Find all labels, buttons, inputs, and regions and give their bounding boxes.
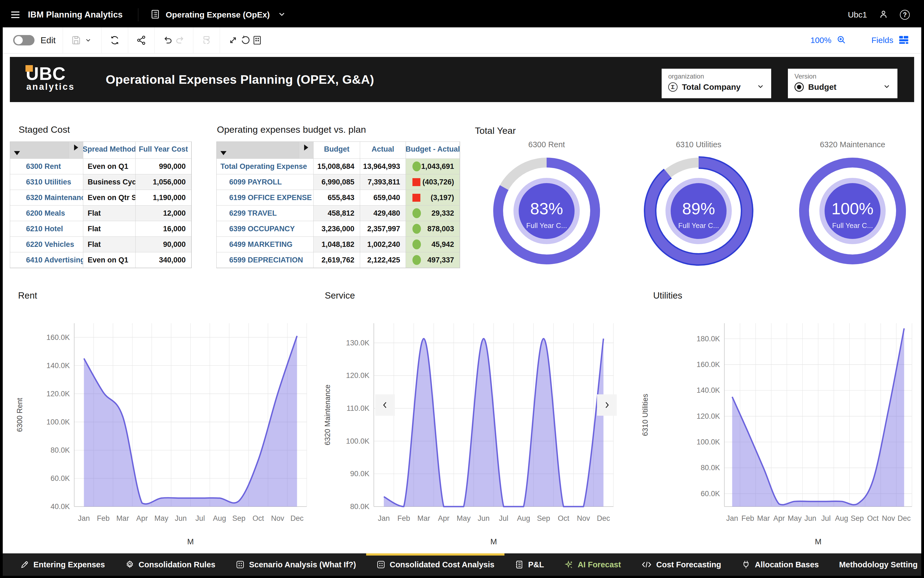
expand-column-icon[interactable] — [304, 144, 308, 151]
save-icon[interactable] — [70, 34, 82, 46]
svg-text:Nov: Nov — [271, 514, 285, 523]
budget-row-label[interactable]: 6299 TRAVEL — [216, 206, 314, 221]
help-icon[interactable]: ? — [900, 10, 910, 20]
budget-row-variance[interactable]: (403,726) — [406, 174, 460, 190]
tab-consolidation-rules[interactable]: Consolidation Rules — [115, 554, 225, 576]
tab-scenario-analysis-what-if[interactable]: Scenario Analysis (What If?) — [225, 554, 366, 576]
carousel-previous-button[interactable] — [375, 395, 395, 416]
budget-row-label[interactable]: 6599 DEPRECIATION — [216, 252, 314, 268]
tab-p-l[interactable]: P&L — [504, 554, 554, 576]
budget-row-actual[interactable]: 1,002,240 — [360, 237, 406, 252]
gauge-6300-rent[interactable]: 83%Full Year C... — [492, 156, 601, 266]
menu-icon[interactable] — [3, 2, 28, 28]
organization-chevron-down-icon[interactable] — [756, 82, 765, 92]
budget-row-variance[interactable]: (3,197) — [406, 190, 460, 206]
zoom-level[interactable]: 100% — [810, 36, 831, 45]
tab-cost-forecasting[interactable]: Cost Forecasting — [631, 554, 731, 576]
staged-row-label[interactable]: 6210 Hotel — [10, 221, 83, 237]
tab-allocation-bases[interactable]: Allocation Bases — [731, 554, 829, 576]
staged-row-method[interactable]: Flat — [83, 237, 135, 252]
gauge-6320-maintenance[interactable]: 100%Full Year C... — [798, 156, 907, 266]
staged-expand-header-cell[interactable] — [69, 142, 83, 159]
expand-column-icon[interactable] — [74, 144, 78, 151]
edit-toggle[interactable] — [13, 35, 34, 45]
budget-row-budget[interactable]: 3,236,000 — [314, 221, 360, 237]
save-options-chevron-icon[interactable] — [82, 34, 94, 46]
budget-row-actual[interactable]: 429,480 — [360, 206, 406, 221]
budget-row-label[interactable]: Total Operating Expense — [216, 159, 314, 174]
staged-row-cost[interactable]: 90,000 — [135, 237, 192, 252]
staged-row-cost[interactable]: 12,000 — [135, 206, 192, 221]
staged-row-cost[interactable]: 340,000 — [135, 252, 192, 268]
budget-row-label[interactable]: 6499 MARKETING — [216, 237, 314, 252]
budget-row-variance[interactable]: 29,332 — [406, 206, 460, 221]
widget-grid-icon[interactable] — [251, 34, 263, 46]
budget-row-actual[interactable]: 2,357,997 — [360, 221, 406, 237]
fields-button[interactable]: Fields — [872, 36, 893, 45]
staged-filter-header-cell[interactable] — [10, 142, 69, 159]
staged-row-method[interactable]: Even on Q1 — [83, 252, 135, 268]
undo-icon[interactable] — [162, 34, 174, 46]
budget-row-variance[interactable]: 878,003 — [406, 221, 460, 237]
workbook-chevron-down-icon[interactable] — [278, 10, 286, 19]
staged-row-method[interactable]: Flat — [83, 221, 135, 237]
budget-row-label[interactable]: 6099 PAYROLL — [216, 174, 314, 190]
budget-row-budget[interactable]: 655,843 — [314, 190, 360, 206]
staged-row-cost[interactable]: 1,056,000 — [135, 174, 192, 190]
gauge-6310-utilities[interactable]: 89%Full Year C... — [644, 156, 753, 266]
version-chevron-down-icon[interactable] — [883, 82, 891, 92]
staged-row-label[interactable]: 6310 Utilities — [10, 174, 83, 190]
reset-icon[interactable] — [239, 34, 251, 46]
unfavorable-status-icon — [412, 178, 420, 186]
budget-row-budget[interactable]: 458,812 — [314, 206, 360, 221]
workbook-title[interactable]: Operating Expense (OpEx) — [166, 10, 270, 19]
staged-row-method[interactable]: Even on Qtr Start — [83, 190, 135, 206]
staged-row-method[interactable]: Even on Q1 — [83, 159, 135, 174]
staged-row-label[interactable]: 6320 Maintenance — [10, 190, 83, 206]
organization-filter[interactable]: organization Σ Total Company — [662, 69, 771, 98]
budget-row-variance[interactable]: 1,043,691 — [406, 159, 460, 174]
fields-icon[interactable] — [898, 35, 909, 46]
filter-dropdown-icon[interactable] — [220, 151, 226, 155]
staged-row-label[interactable]: 6300 Rent — [10, 159, 83, 174]
staged-row-cost[interactable]: 16,000 — [135, 221, 192, 237]
budget-row-actual[interactable]: 13,964,993 — [360, 159, 406, 174]
pen-icon — [20, 560, 29, 569]
svg-text:160.0K: 160.0K — [46, 333, 70, 341]
staged-row-method[interactable]: Flat — [83, 206, 135, 221]
budget-row-actual[interactable]: 7,393,811 — [360, 174, 406, 190]
filter-dropdown-icon[interactable] — [14, 151, 20, 155]
budget-filter-header-cell[interactable] — [216, 142, 299, 159]
tab-entering-expenses[interactable]: Entering Expenses — [10, 554, 115, 576]
budget-row-actual[interactable]: 659,040 — [360, 190, 406, 206]
expand-icon[interactable] — [227, 34, 239, 46]
sparkle-icon — [564, 560, 573, 569]
tab-consolidated-cost-analysis[interactable]: Consolidated Cost Analysis — [366, 554, 504, 576]
budget-row-variance[interactable]: 45,942 — [406, 237, 460, 252]
staged-row-label[interactable]: 6220 Vehicles — [10, 237, 83, 252]
budget-row-label[interactable]: 6199 OFFICE EXPENSE — [216, 190, 314, 206]
budget-vs-plan-table[interactable]: BudgetActualBudget - ActualTotal Operati… — [216, 141, 460, 268]
refresh-icon[interactable] — [109, 34, 121, 46]
budget-row-label[interactable]: 6399 OCCUPANCY — [216, 221, 314, 237]
staged-cost-table[interactable]: Spread MethodFull Year Cost6300 RentEven… — [10, 141, 192, 268]
tab-ai-forecast[interactable]: AI Forecast — [554, 554, 631, 576]
staged-row-cost[interactable]: 1,190,000 — [135, 190, 192, 206]
staged-row-label[interactable]: 6200 Meals — [10, 206, 83, 221]
budget-row-budget[interactable]: 2,619,762 — [314, 252, 360, 268]
budget-row-budget[interactable]: 15,008,684 — [314, 159, 360, 174]
budget-expand-header-cell[interactable] — [299, 142, 314, 159]
version-filter[interactable]: Version Budget — [788, 69, 898, 98]
share-icon[interactable] — [135, 34, 147, 46]
budget-row-variance[interactable]: 497,337 — [406, 252, 460, 268]
user-icon[interactable] — [878, 9, 888, 20]
zoom-in-icon[interactable] — [836, 35, 846, 46]
budget-row-budget[interactable]: 6,990,085 — [314, 174, 360, 190]
staged-row-cost[interactable]: 990,000 — [135, 159, 192, 174]
staged-row-label[interactable]: 6410 Advertising — [10, 252, 83, 268]
budget-row-actual[interactable]: 2,122,425 — [360, 252, 406, 268]
staged-row-method[interactable]: Business Cycle — [83, 174, 135, 190]
carousel-next-button[interactable] — [597, 395, 617, 416]
tab-methodology-setting[interactable]: Methodology Setting — [829, 554, 921, 576]
budget-row-budget[interactable]: 1,048,182 — [314, 237, 360, 252]
